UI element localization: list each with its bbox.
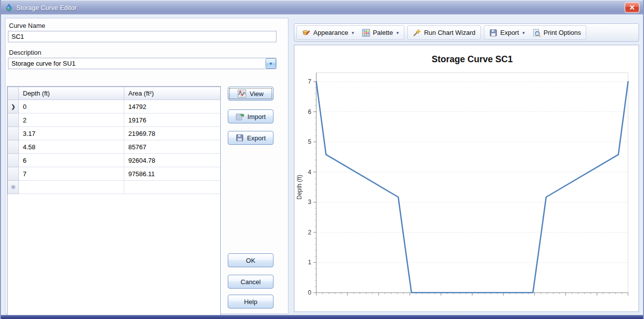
palette-button[interactable]: Palette ▾	[358, 26, 403, 39]
chevron-down-icon: ▾	[352, 30, 354, 35]
grid-cell[interactable]: 0	[19, 100, 124, 113]
grid-cell[interactable]: 97586.11	[124, 167, 221, 181]
storage-curve-editor-window: Storage Curve Editor ✕ Curve Name Descri…	[0, 0, 644, 319]
grid-cell[interactable]: 21969.78	[124, 127, 221, 140]
new-row: ✳	[8, 181, 221, 194]
save-icon	[489, 29, 497, 37]
toolbar-export-button[interactable]: Export ▾	[485, 26, 529, 39]
curve-name-label: Curve Name	[9, 22, 45, 29]
print-preview-icon	[533, 29, 541, 37]
grid-corner-cell	[8, 87, 19, 100]
svg-text:7: 7	[308, 78, 311, 85]
row-selector[interactable]: ❯	[8, 100, 19, 113]
table-row: 797586.11	[8, 167, 221, 181]
help-button[interactable]: Help	[228, 295, 274, 309]
svg-text:Storage Curve SC1: Storage Curve SC1	[432, 54, 513, 64]
table-row: 219176	[8, 113, 221, 127]
save-icon	[236, 134, 244, 142]
svg-text:3: 3	[308, 199, 311, 206]
close-icon: ✕	[629, 3, 635, 11]
chevron-down-icon: ▾	[523, 30, 525, 35]
run-chart-wizard-button[interactable]: Run Chart Wizard	[409, 26, 479, 39]
toolbar-group-wizard: Run Chart Wizard	[407, 25, 481, 40]
window-title: Storage Curve Editor	[16, 4, 77, 11]
left-panel: Curve Name Description ▾ Depth (ft) Area…	[5, 18, 288, 314]
app-icon	[5, 3, 13, 11]
grid-cell[interactable]: 85767	[124, 140, 221, 154]
grid-cell[interactable]: 92604.78	[124, 154, 221, 167]
row-selector[interactable]	[8, 113, 19, 127]
table-row: 4.5885767	[8, 140, 221, 154]
export-button[interactable]: Export	[228, 131, 274, 145]
description-dropdown-button[interactable]: ▾	[266, 58, 276, 69]
grid-cell[interactable]: 7	[19, 167, 124, 181]
svg-text:5: 5	[308, 138, 311, 145]
appearance-icon	[302, 29, 310, 37]
palette-icon	[362, 29, 370, 37]
new-row-icon: ✳	[10, 183, 16, 191]
chart-panel: 01234567Storage Curve SC1Depth (ft)	[294, 45, 639, 312]
appearance-button[interactable]: Appearance ▾	[298, 26, 358, 39]
curve-data-grid: Depth (ft) Area (ft²) ❯0147922191763.172…	[7, 86, 221, 319]
grid-cell[interactable]: 3.17	[19, 127, 124, 140]
svg-text:6: 6	[308, 108, 311, 115]
chart-toolbar: Appearance ▾ Palette ▾	[294, 23, 639, 42]
description-label: Description	[9, 49, 41, 56]
import-icon	[236, 112, 244, 120]
grid-cell[interactable]	[19, 181, 124, 194]
description-input[interactable]	[8, 58, 276, 69]
table-row: 3.1721969.78	[8, 127, 221, 140]
curve-name-input[interactable]	[8, 31, 276, 42]
grid-cell[interactable]: 6	[19, 154, 124, 167]
view-button[interactable]: View	[228, 87, 274, 101]
svg-text:2: 2	[308, 229, 311, 236]
svg-text:Depth (ft): Depth (ft)	[296, 175, 303, 200]
new-row-selector[interactable]: ✳	[8, 181, 19, 194]
import-button[interactable]: Import	[228, 109, 274, 123]
titlebar[interactable]: Storage Curve Editor ✕	[1, 0, 643, 14]
grid-cell[interactable]: 4.58	[19, 140, 124, 154]
grid-cell[interactable]: 19176	[124, 113, 221, 127]
wizard-wand-icon	[413, 29, 421, 37]
svg-text:1: 1	[308, 259, 311, 266]
cancel-button[interactable]: Cancel	[228, 275, 274, 289]
chevron-down-icon: ▾	[270, 61, 272, 66]
ok-button[interactable]: OK	[228, 253, 274, 267]
grid-cell[interactable]: 14792	[124, 100, 221, 113]
table-row: 692604.78	[8, 154, 221, 167]
toolbar-group-output: Export ▾ Print Options	[484, 25, 586, 40]
window-bottom-border	[1, 315, 643, 319]
grid-cell[interactable]: 2	[19, 113, 124, 127]
storage-curve-chart: 01234567Storage Curve SC1Depth (ft)	[294, 45, 639, 312]
row-selector[interactable]	[8, 140, 19, 154]
close-button[interactable]: ✕	[625, 2, 640, 13]
print-options-button[interactable]: Print Options	[529, 26, 585, 39]
chevron-down-icon: ▾	[396, 30, 399, 35]
row-selector[interactable]	[8, 167, 19, 181]
chart-icon	[238, 90, 246, 98]
row-selector[interactable]	[8, 127, 19, 140]
toolbar-group-style: Appearance ▾ Palette ▾	[296, 25, 404, 40]
svg-text:4: 4	[308, 169, 311, 176]
grid-cell[interactable]	[124, 181, 221, 194]
svg-text:0: 0	[308, 289, 311, 296]
table-row: ❯014792	[8, 100, 221, 113]
row-selector[interactable]	[8, 154, 19, 167]
grid-header-row: Depth (ft) Area (ft²)	[8, 87, 221, 100]
grid-column-header-area: Area (ft²)	[124, 87, 221, 100]
grid-column-header-depth: Depth (ft)	[19, 87, 124, 100]
